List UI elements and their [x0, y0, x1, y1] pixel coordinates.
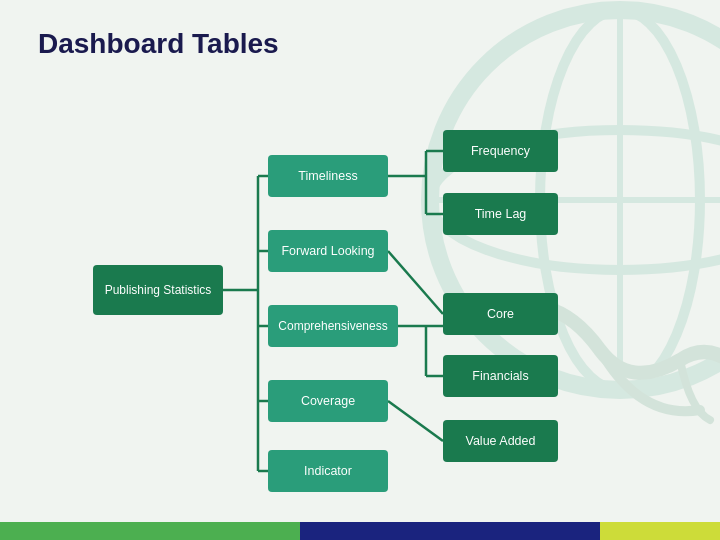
svg-line-16	[388, 251, 443, 314]
diagram-container: Publishing Statistics Timeliness Forward…	[38, 75, 698, 505]
frequency-box: Frequency	[443, 130, 558, 172]
bar-navy	[300, 522, 600, 540]
value-added-box: Value Added	[443, 420, 558, 462]
core-box: Core	[443, 293, 558, 335]
svg-line-21	[388, 401, 443, 441]
page-title: Dashboard Tables	[38, 28, 279, 60]
coverage-box: Coverage	[268, 380, 388, 422]
forward-looking-box: Forward Looking	[268, 230, 388, 272]
indicator-box: Indicator	[268, 450, 388, 492]
bar-green	[0, 522, 300, 540]
timeliness-box: Timeliness	[268, 155, 388, 197]
financials-box: Financials	[443, 355, 558, 397]
publishing-statistics-box: Publishing Statistics	[93, 265, 223, 315]
time-lag-box: Time Lag	[443, 193, 558, 235]
comprehensiveness-box: Comprehensiveness	[268, 305, 398, 347]
bar-lime	[600, 522, 720, 540]
bottom-bar	[0, 522, 720, 540]
